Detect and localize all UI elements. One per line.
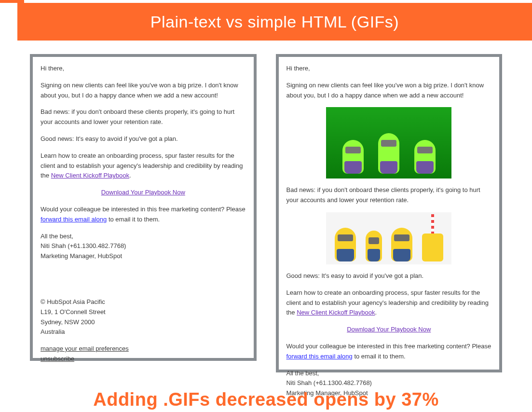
footer-country: Australia: [41, 327, 246, 337]
paragraph-learn: Learn how to create an onboarding proces…: [286, 288, 492, 318]
signature-name: Niti Shah (+61.1300.482.7768): [286, 378, 492, 388]
p4-tail: .: [129, 172, 131, 179]
spacer: [41, 268, 246, 297]
forward-email-link[interactable]: forward this email along: [41, 216, 107, 223]
paragraph-bad-news: Bad news: if you don't onboard these cli…: [41, 107, 246, 127]
paragraph-intro: Signing on new clients can feel like you…: [286, 81, 492, 101]
download-playbook-link[interactable]: Download Your Playbook Now: [101, 189, 185, 196]
unsubscribe-row: unsubscribe: [41, 354, 246, 364]
signoff: All the best,: [286, 369, 492, 379]
comparison-row: Hi there, Signing on new clients can fee…: [30, 54, 502, 372]
email-html-gifs: Hi there, Signing on new clients can fee…: [276, 54, 503, 372]
download-cta-row: Download Your Playbook Now: [41, 188, 246, 198]
slide-title-band: Plain-text vs simple HTML (GIFs): [17, 3, 532, 41]
greeting: Hi there,: [286, 64, 492, 74]
minion-icon: [414, 140, 436, 174]
unsubscribe-link[interactable]: unsubscribe: [41, 355, 74, 362]
gif-1-content: [326, 107, 451, 179]
slide-caption: Adding .GIFs decreased opens by 37%: [0, 389, 532, 410]
minion-icon: [366, 231, 382, 261]
p4-tail: .: [375, 309, 377, 316]
signature-name: Niti Shah (+61.1300.482.7768): [41, 241, 246, 251]
playbook-link[interactable]: New Client Kickoff Playbook: [297, 309, 375, 316]
minion-icon: [378, 133, 399, 174]
paragraph-forward: Would your colleague be interested in th…: [286, 342, 492, 362]
footer-address-1: L19, 1 O'Connell Street: [41, 307, 246, 317]
manage-preferences-link[interactable]: manage your email preferences: [41, 345, 129, 352]
paragraph-good-news: Good news: It's easy to avoid if you've …: [41, 134, 246, 144]
slide-title: Plain-text vs simple HTML (GIFs): [150, 13, 399, 31]
footer-address-2: Sydney, NSW 2000: [41, 317, 246, 328]
paragraph-good-news: Good news: It's easy to avoid if you've …: [286, 271, 492, 281]
greeting: Hi there,: [41, 64, 246, 74]
paragraph-learn: Learn how to create an onboarding proces…: [41, 151, 246, 181]
paragraph-bad-news: Bad news: if you don't onboard these cli…: [286, 185, 492, 206]
p5-tail: to email it to them.: [107, 216, 160, 223]
minion-icon: [342, 140, 364, 174]
p5-lead: Would your colleague be interested in th…: [41, 206, 246, 213]
signature-title: Marketing Manager, HubSpot: [41, 251, 246, 261]
p5-tail: to email it to them.: [353, 353, 406, 360]
paragraph-intro: Signing on new clients can feel like you…: [41, 81, 246, 101]
cup-icon: [422, 233, 443, 261]
download-playbook-link[interactable]: Download Your Playbook Now: [347, 326, 431, 333]
gif-image-2: [326, 212, 451, 264]
signoff: All the best,: [41, 232, 246, 242]
playbook-link[interactable]: New Client Kickoff Playbook: [51, 172, 129, 179]
minion-icon: [335, 228, 356, 261]
manage-prefs-row: manage your email preferences: [41, 344, 246, 354]
email-plain-text: Hi there, Signing on new clients can fee…: [30, 54, 257, 361]
download-cta-row: Download Your Playbook Now: [286, 325, 492, 335]
gif-image-1: [326, 107, 451, 179]
forward-email-link[interactable]: forward this email along: [286, 353, 353, 360]
paragraph-forward: Would your colleague be interested in th…: [41, 205, 246, 225]
minion-icon: [391, 228, 412, 261]
p5-lead: Would your colleague be interested in th…: [286, 343, 491, 350]
footer-company: © HubSpot Asia Pacific: [41, 297, 246, 307]
